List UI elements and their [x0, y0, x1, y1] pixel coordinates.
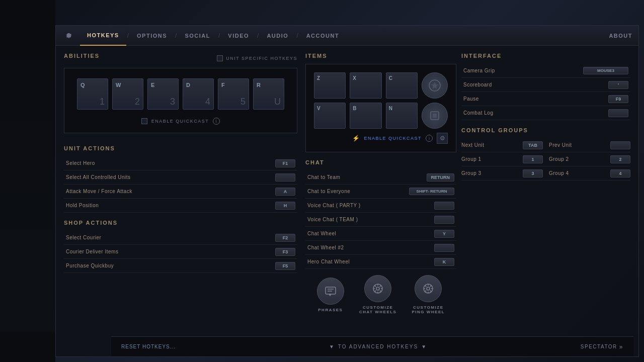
item-key-b[interactable]: B — [350, 103, 381, 129]
svg-line-22 — [425, 286, 426, 287]
chat-to-team: Chat to Team RETURN — [305, 170, 456, 185]
items-quickcast-label: ENABLE QUICKCAST — [364, 136, 422, 141]
interface-title: INTERFACE — [461, 53, 630, 59]
group3-key[interactable]: 3 — [523, 169, 543, 177]
group2-key[interactable]: 2 — [610, 155, 630, 163]
spectator-link[interactable]: SPECTATOR » — [581, 343, 623, 350]
items-title: ITEMS — [305, 53, 456, 59]
group4-key[interactable]: 4 — [610, 169, 630, 177]
unit-action-select-hero: Select Hero F1 — [64, 156, 297, 170]
chat-to-everyone-key[interactable]: SHIFT- RETURN — [409, 188, 454, 195]
camera-grip-key[interactable]: MOUSE3 — [583, 67, 628, 74]
item-key-v[interactable]: V — [314, 103, 346, 129]
nav-sep-2: / — [174, 32, 178, 39]
unit-actions-section: UNIT ACTIONS Select Hero F1 Select All C… — [64, 145, 297, 213]
scoreboard-key[interactable]: ' — [608, 81, 628, 89]
ability-key-w[interactable]: W 2 — [112, 78, 143, 110]
unit-action-attack-move-key[interactable]: A — [275, 188, 295, 196]
control-groups-section: CONTROL GROUPS Next Unit TAB Prev Unit G… — [461, 127, 630, 180]
reset-hotkeys-link[interactable]: RESET HOTKEYS... — [121, 344, 176, 349]
voice-chat-party: Voice Chat ( PARTY ) — [305, 199, 456, 213]
chat-wheel-key[interactable]: Y — [434, 230, 454, 238]
chat-to-team-key[interactable]: RETURN — [427, 173, 455, 182]
items-container: Z X C — [305, 64, 456, 152]
phrases-label: PHRASES — [318, 308, 343, 312]
shop-action-deliver: Courier Deliver Items F3 — [64, 245, 297, 259]
chat-wheel: Chat Wheel Y — [305, 227, 456, 241]
ability-key-d[interactable]: D 4 — [183, 78, 214, 110]
advanced-hotkeys-label: TO ADVANCED HOTKEYS — [338, 344, 418, 349]
ability-key-r[interactable]: R U — [253, 78, 284, 110]
lightning-icon: ⚡ — [352, 135, 360, 142]
svg-line-25 — [425, 291, 426, 292]
abilities-quickcast-label: ENABLE QUICKCAST — [151, 119, 209, 124]
ability-key-q[interactable]: Q 1 — [77, 78, 108, 110]
shop-action-quickbuy-key[interactable]: F5 — [275, 262, 295, 270]
unit-action-select-all-key[interactable] — [275, 173, 295, 182]
shop-action-deliver-key[interactable]: F3 — [275, 248, 295, 256]
next-unit-key[interactable]: TAB — [523, 141, 543, 149]
item-key-n[interactable]: N — [386, 103, 418, 129]
nav-sep-1: / — [126, 32, 130, 39]
nav-sep-5: / — [295, 32, 299, 39]
interface-scoreboard: Scoreboard ' — [461, 78, 630, 92]
combat-log-key[interactable] — [608, 109, 628, 117]
ability-key-e[interactable]: E 3 — [147, 78, 179, 110]
items-quickcast-info: i — [426, 135, 433, 142]
svg-line-12 — [375, 286, 376, 287]
svg-line-14 — [380, 286, 381, 287]
customize-ping-icon — [415, 275, 442, 302]
control-group-row-2: Group 3 3 Group 4 4 — [461, 166, 630, 180]
abilities-section: ABILITIES UNIT SPECIFIC HOTKEYS Q 1 W — [64, 53, 297, 138]
abilities-quickcast-checkbox[interactable] — [141, 118, 147, 124]
chat-wheel-2-key[interactable] — [434, 244, 454, 252]
prev-unit-key[interactable] — [610, 141, 630, 149]
nav-hotkeys[interactable]: HOTKEYS — [80, 26, 126, 46]
shop-action-courier-key[interactable]: F2 — [275, 234, 295, 242]
spectator-label: SPECTATOR — [581, 344, 617, 349]
chat-title: CHAT — [305, 159, 456, 165]
customize-chat-wheels-button[interactable]: CUSTOMIZE CHAT WHEELS — [359, 275, 397, 314]
interface-pause: Pause F9 — [461, 92, 630, 106]
abilities-quickcast-info: i — [213, 118, 220, 125]
hero-chat-wheel-key[interactable]: K — [434, 258, 454, 266]
chat-section: CHAT Chat to Team RETURN Chat to Everyon… — [305, 159, 456, 336]
unit-specific-checkbox[interactable] — [217, 55, 223, 61]
items-quickcast-settings[interactable]: ⚙ — [437, 133, 448, 144]
nav-about[interactable]: ABOUT — [609, 33, 632, 39]
hero-chat-wheel: Hero Chat Wheel K — [305, 255, 456, 269]
item-key-z[interactable]: Z — [314, 72, 346, 99]
group1-key[interactable]: 1 — [523, 155, 543, 163]
unit-action-select-hero-key[interactable]: F1 — [275, 159, 295, 167]
item-key-c[interactable]: C — [386, 72, 418, 99]
item-icon-1 — [422, 72, 448, 99]
voice-chat-party-key[interactable] — [434, 202, 454, 210]
unit-specific-row: UNIT SPECIFIC HOTKEYS — [217, 55, 297, 61]
nav-video[interactable]: VIDEO — [221, 26, 256, 46]
nav-options[interactable]: OPTIONS — [130, 26, 174, 46]
abilities-title: ABILITIES — [64, 53, 100, 59]
customize-ping-wheel-button[interactable]: CUSTOMIZE PING WHEEL — [412, 275, 445, 314]
pause-key[interactable]: F9 — [608, 95, 628, 103]
ability-key-f[interactable]: F 5 — [218, 78, 249, 110]
item-key-x[interactable]: X — [350, 72, 381, 99]
voice-chat-team-key[interactable] — [434, 216, 454, 224]
nav-account[interactable]: ACCOUNT — [299, 26, 347, 46]
svg-rect-2 — [433, 114, 437, 118]
unit-action-hold-key[interactable]: H — [275, 202, 295, 210]
svg-line-23 — [430, 291, 431, 292]
svg-line-24 — [430, 286, 431, 287]
item-icon-2 — [422, 103, 448, 129]
shop-action-quickbuy: Purchase Quickbuy F5 — [64, 259, 297, 273]
advanced-hotkeys-link[interactable]: ▼ TO ADVANCED HOTKEYS ▼ — [329, 344, 427, 349]
gear-icon[interactable] — [62, 29, 76, 43]
nav-audio[interactable]: AUDIO — [260, 26, 295, 46]
phrases-button[interactable]: PHRASES — [317, 278, 344, 312]
svg-line-13 — [380, 291, 381, 292]
items-row-2: V B N — [314, 103, 448, 129]
shop-action-courier: Select Courier F2 — [64, 231, 297, 245]
customize-ping-label: CUSTOMIZE PING WHEEL — [412, 305, 445, 314]
nav-social[interactable]: SOCIAL — [178, 26, 217, 46]
items-section: ITEMS Z X C — [305, 53, 456, 152]
nav-sep-4: / — [256, 32, 260, 39]
